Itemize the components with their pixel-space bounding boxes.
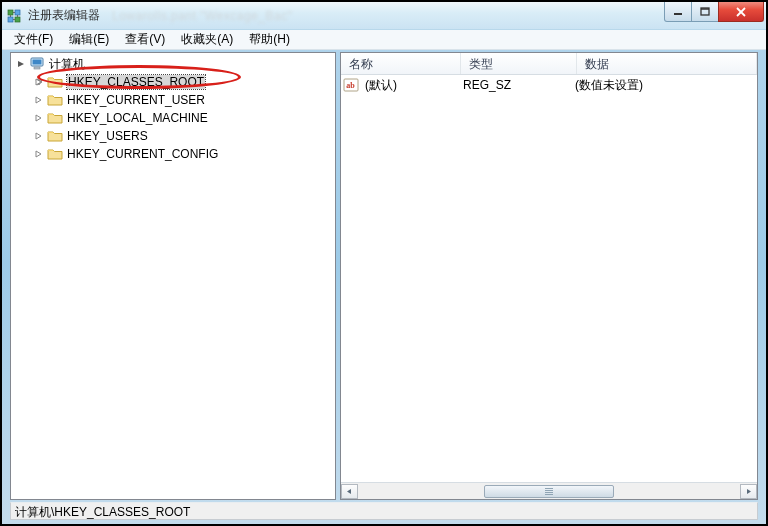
folder-icon xyxy=(47,146,63,162)
tree-node-hklm[interactable]: HKEY_LOCAL_MACHINE xyxy=(11,109,335,127)
maximize-button[interactable] xyxy=(691,2,719,22)
tree-node-hkcu[interactable]: HKEY_CURRENT_USER xyxy=(11,91,335,109)
computer-icon xyxy=(29,56,45,72)
svg-rect-0 xyxy=(8,10,13,15)
folder-icon xyxy=(47,110,63,126)
close-button[interactable] xyxy=(718,2,764,22)
title-bar: 注册表编辑器 Lowarolls.pant "Wexcage_Bac" xyxy=(2,2,766,30)
tree-node-hkcr[interactable]: HKEY_CLASSES_ROOT xyxy=(11,73,335,91)
list-row[interactable]: ab (默认) REG_SZ (数值未设置) xyxy=(341,75,757,93)
cell-name: (默认) xyxy=(359,77,457,94)
svg-rect-15 xyxy=(34,67,40,69)
menu-file[interactable]: 文件(F) xyxy=(6,29,61,50)
expander-icon[interactable] xyxy=(31,110,47,126)
menu-help[interactable]: 帮助(H) xyxy=(241,29,298,50)
window-title: 注册表编辑器 xyxy=(28,7,100,24)
registry-values-panel[interactable]: 名称 类型 数据 ab (默认) REG_SZ (数值未设置) xyxy=(340,52,758,500)
scroll-left-button[interactable] xyxy=(341,484,358,499)
tree-node-hku[interactable]: HKEY_USERS xyxy=(11,127,335,145)
tree-node-computer[interactable]: 计算机 xyxy=(11,55,335,73)
expander-icon[interactable] xyxy=(31,146,47,162)
cell-data: (数值未设置) xyxy=(569,77,649,94)
column-header-name[interactable]: 名称 xyxy=(341,53,461,74)
string-value-icon: ab xyxy=(343,77,359,93)
scroll-thumb[interactable] xyxy=(484,485,614,498)
tree-label-hkcr: HKEY_CLASSES_ROOT xyxy=(67,75,205,89)
menu-bar: 文件(F) 编辑(E) 查看(V) 收藏夹(A) 帮助(H) xyxy=(2,30,766,50)
list-body: ab (默认) REG_SZ (数值未设置) xyxy=(341,75,757,482)
scroll-track[interactable] xyxy=(358,484,740,499)
window-title-extra: Lowarolls.pant "Wexcage_Bac" xyxy=(112,9,292,23)
tree-node-hkcc[interactable]: HKEY_CURRENT_CONFIG xyxy=(11,145,335,163)
registry-tree-panel[interactable]: 计算机 HKEY_CLASSES_ROOT xyxy=(10,52,336,500)
column-header-data[interactable]: 数据 xyxy=(577,53,757,74)
svg-text:ab: ab xyxy=(346,81,355,90)
status-path: 计算机\HKEY_CLASSES_ROOT xyxy=(15,505,190,519)
list-header: 名称 类型 数据 xyxy=(341,53,757,75)
folder-icon xyxy=(47,92,63,108)
tree-label-hku: HKEY_USERS xyxy=(67,129,148,143)
column-header-type[interactable]: 类型 xyxy=(461,53,577,74)
svg-rect-3 xyxy=(15,17,20,22)
minimize-button[interactable] xyxy=(664,2,692,22)
tree-label-hkcu: HKEY_CURRENT_USER xyxy=(67,93,205,107)
expander-icon[interactable] xyxy=(31,74,47,90)
folder-icon xyxy=(47,128,63,144)
svg-rect-1 xyxy=(15,10,20,15)
status-bar: 计算机\HKEY_CLASSES_ROOT xyxy=(10,502,758,520)
svg-rect-14 xyxy=(33,60,42,65)
svg-rect-2 xyxy=(8,17,13,22)
window-controls xyxy=(665,2,764,22)
tree-label-hklm: HKEY_LOCAL_MACHINE xyxy=(67,111,208,125)
horizontal-scrollbar[interactable] xyxy=(341,482,757,499)
tree-label-hkcc: HKEY_CURRENT_CONFIG xyxy=(67,147,218,161)
menu-fav[interactable]: 收藏夹(A) xyxy=(173,29,241,50)
menu-edit[interactable]: 编辑(E) xyxy=(61,29,117,50)
tree-label-computer: 计算机 xyxy=(49,56,85,73)
app-icon xyxy=(6,8,22,24)
cell-type: REG_SZ xyxy=(457,78,569,92)
scroll-right-button[interactable] xyxy=(740,484,757,499)
expander-icon[interactable] xyxy=(31,128,47,144)
content-area: 计算机 HKEY_CLASSES_ROOT xyxy=(10,52,758,500)
registry-tree: 计算机 HKEY_CLASSES_ROOT xyxy=(11,53,335,165)
menu-view[interactable]: 查看(V) xyxy=(117,29,173,50)
expander-icon[interactable] xyxy=(13,56,29,72)
expander-icon[interactable] xyxy=(31,92,47,108)
folder-icon xyxy=(47,74,63,90)
